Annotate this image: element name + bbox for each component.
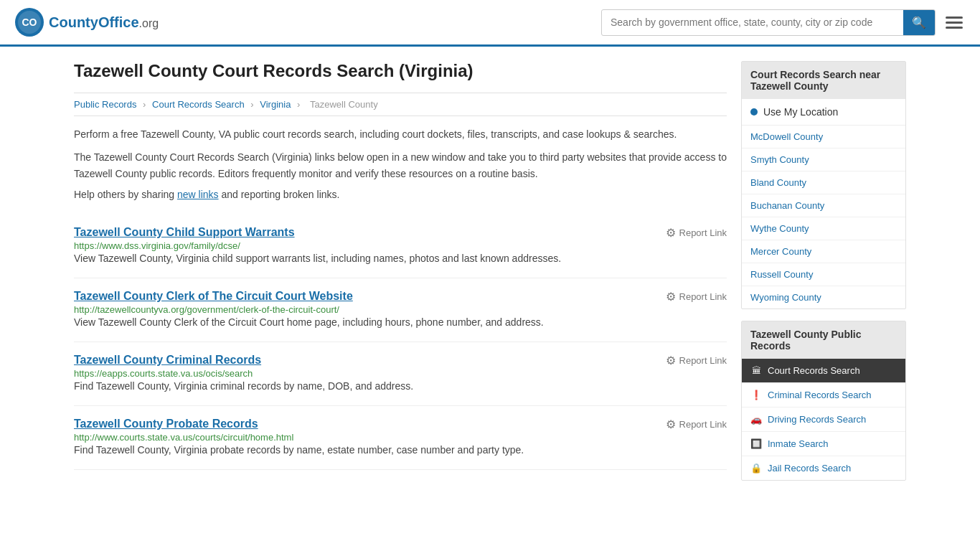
nav-item-2[interactable]: 🚗Driving Records Search bbox=[742, 408, 905, 432]
result-title-0[interactable]: Tazewell County Child Support Warrants bbox=[74, 226, 295, 239]
nav-label-3: Inmate Search bbox=[768, 438, 829, 449]
breadcrumb-public-records[interactable]: Public Records bbox=[74, 99, 136, 110]
nearby-link-1[interactable]: Smyth County bbox=[742, 149, 905, 171]
search-button[interactable]: 🔍 bbox=[903, 10, 935, 35]
breadcrumb-virginia[interactable]: Virginia bbox=[260, 99, 291, 110]
new-links[interactable]: new links bbox=[177, 189, 219, 200]
header-right: 🔍 bbox=[601, 9, 966, 36]
nav-icon-1: ❗ bbox=[750, 390, 762, 400]
report-link-icon: ⚙ bbox=[666, 226, 676, 240]
use-my-location-btn[interactable]: Use My Location bbox=[742, 99, 905, 126]
nearby-link-6[interactable]: Russell County bbox=[742, 263, 905, 286]
nav-item-1[interactable]: ❗Criminal Records Search bbox=[742, 383, 905, 408]
report-link-label: Report Link bbox=[679, 291, 727, 302]
nearby-link-0[interactable]: McDowell County bbox=[742, 126, 905, 149]
report-link-icon: ⚙ bbox=[666, 418, 676, 431]
result-item: Tazewell County Child Support Warrants ⚙… bbox=[74, 215, 727, 278]
result-header: Tazewell County Probate Records ⚙ Report… bbox=[74, 418, 727, 431]
share-text: Help others by sharing new links and rep… bbox=[74, 189, 727, 200]
result-url-2[interactable]: https://eapps.courts.state.va.us/ocis/se… bbox=[74, 368, 253, 379]
report-link-label: Report Link bbox=[679, 419, 727, 430]
result-desc-2: Find Tazewell County, Virginia criminal … bbox=[74, 379, 727, 394]
report-link-label: Report Link bbox=[679, 355, 727, 366]
nav-item-0[interactable]: 🏛Court Records Search bbox=[742, 359, 905, 383]
nearby-link-7[interactable]: Wyoming County bbox=[742, 286, 905, 309]
public-records-title: Tazewell County Public Records bbox=[742, 321, 905, 359]
result-title-2[interactable]: Tazewell County Criminal Records bbox=[74, 354, 261, 367]
report-link-2[interactable]: ⚙ Report Link bbox=[666, 354, 727, 367]
nav-icon-4: 🔒 bbox=[750, 463, 762, 474]
nav-items-container: 🏛Court Records Search❗Criminal Records S… bbox=[742, 359, 905, 480]
logo-area: CO CountyOffice.org bbox=[14, 7, 159, 37]
nearby-link-2[interactable]: Bland County bbox=[742, 171, 905, 194]
breadcrumb-tazewell: Tazewell County bbox=[310, 99, 378, 110]
report-link-icon: ⚙ bbox=[666, 290, 676, 303]
result-url-3[interactable]: http://www.courts.state.va.us/courts/cir… bbox=[74, 432, 293, 443]
nav-label-4: Jail Records Search bbox=[768, 463, 851, 474]
result-desc-0: View Tazewell County, Virginia child sup… bbox=[74, 251, 727, 266]
nav-label-1: Criminal Records Search bbox=[768, 390, 872, 400]
intro-text-2: The Tazewell County Court Records Search… bbox=[74, 149, 727, 182]
nav-icon-2: 🚗 bbox=[750, 414, 762, 425]
nearby-link-4[interactable]: Wythe County bbox=[742, 217, 905, 240]
nav-item-3[interactable]: 🔲Inmate Search bbox=[742, 432, 905, 456]
result-header: Tazewell County Clerk of The Circuit Cou… bbox=[74, 290, 727, 303]
result-title-3[interactable]: Tazewell County Probate Records bbox=[74, 418, 258, 430]
page-title: Tazewell County Court Records Search (Vi… bbox=[74, 61, 727, 81]
logo-text: CountyOffice.org bbox=[49, 14, 159, 31]
use-my-location-label: Use My Location bbox=[763, 106, 838, 118]
search-bar: 🔍 bbox=[601, 9, 936, 36]
search-input[interactable] bbox=[602, 11, 903, 34]
report-link-0[interactable]: ⚙ Report Link bbox=[666, 226, 727, 240]
main-container: Tazewell County Court Records Search (Vi… bbox=[60, 47, 920, 507]
result-desc-1: View Tazewell County Clerk of the Circui… bbox=[74, 315, 727, 330]
result-url-0[interactable]: https://www.dss.virginia.gov/family/dcse… bbox=[74, 240, 240, 251]
report-link-1[interactable]: ⚙ Report Link bbox=[666, 290, 727, 303]
result-desc-3: Find Tazewell County, Virginia probate r… bbox=[74, 443, 727, 458]
report-link-icon: ⚙ bbox=[666, 354, 676, 367]
svg-text:CO: CO bbox=[22, 17, 37, 28]
result-url-1[interactable]: http://tazewellcountyva.org/government/c… bbox=[74, 304, 339, 315]
content-area: Tazewell County Court Records Search (Vi… bbox=[74, 61, 727, 492]
intro-text-1: Perform a free Tazewell County, VA publi… bbox=[74, 126, 727, 142]
nav-item-4[interactable]: 🔒Jail Records Search bbox=[742, 456, 905, 480]
logo-icon: CO bbox=[14, 7, 44, 37]
breadcrumb: Public Records › Court Records Search › … bbox=[74, 93, 727, 116]
nearby-link-5[interactable]: Mercer County bbox=[742, 240, 905, 263]
result-item: Tazewell County Clerk of The Circuit Cou… bbox=[74, 278, 727, 342]
location-dot-icon bbox=[750, 108, 758, 116]
nav-label-0: Court Records Search bbox=[768, 365, 860, 376]
result-title-1[interactable]: Tazewell County Clerk of The Circuit Cou… bbox=[74, 290, 353, 303]
menu-button[interactable] bbox=[943, 14, 966, 32]
result-item: Tazewell County Criminal Records ⚙ Repor… bbox=[74, 342, 727, 406]
result-item: Tazewell County Probate Records ⚙ Report… bbox=[74, 406, 727, 470]
sidebar: Court Records Search near Tazewell Count… bbox=[741, 61, 906, 492]
results-container: Tazewell County Child Support Warrants ⚙… bbox=[74, 215, 727, 470]
nav-icon-3: 🔲 bbox=[750, 438, 762, 449]
header: CO CountyOffice.org 🔍 bbox=[0, 0, 980, 47]
breadcrumb-court-records[interactable]: Court Records Search bbox=[152, 99, 245, 110]
nav-label-2: Driving Records Search bbox=[768, 414, 866, 425]
public-records-section: Tazewell County Public Records 🏛Court Re… bbox=[741, 321, 906, 481]
report-link-3[interactable]: ⚙ Report Link bbox=[666, 418, 727, 431]
nearby-links-container: McDowell CountySmyth CountyBland CountyB… bbox=[742, 126, 905, 309]
nearby-link-3[interactable]: Buchanan County bbox=[742, 194, 905, 217]
report-link-label: Report Link bbox=[679, 227, 727, 238]
nav-icon-0: 🏛 bbox=[750, 365, 762, 376]
result-header: Tazewell County Child Support Warrants ⚙… bbox=[74, 226, 727, 240]
nearby-section: Court Records Search near Tazewell Count… bbox=[741, 61, 906, 309]
result-header: Tazewell County Criminal Records ⚙ Repor… bbox=[74, 354, 727, 367]
nearby-title: Court Records Search near Tazewell Count… bbox=[742, 62, 905, 99]
